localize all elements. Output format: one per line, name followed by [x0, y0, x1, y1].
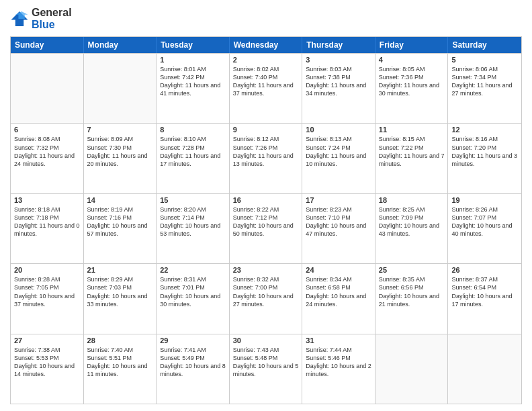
day-number: 13: [14, 196, 80, 204]
day-info: Sunrise: 7:44 AMSunset: 5:46 PMDaylight:…: [306, 346, 371, 379]
day-number: 29: [160, 336, 226, 345]
day-number: 28: [87, 336, 153, 345]
logo-text: General Blue: [32, 7, 72, 31]
day-info: Sunrise: 8:37 AMSunset: 6:54 PMDaylight:…: [451, 275, 518, 308]
day-number: 22: [160, 266, 226, 274]
day-cell: 22Sunrise: 8:31 AMSunset: 7:01 PMDayligh…: [157, 264, 230, 333]
day-cell: [375, 334, 449, 404]
day-header-monday: Monday: [84, 37, 157, 53]
day-cell: 15Sunrise: 8:20 AMSunset: 7:14 PMDayligh…: [157, 194, 230, 263]
day-info: Sunrise: 8:32 AMSunset: 7:00 PMDaylight:…: [233, 275, 299, 308]
day-number: 10: [306, 126, 371, 134]
day-cell: 7Sunrise: 8:09 AMSunset: 7:30 PMDaylight…: [84, 124, 157, 193]
header: General Blue: [10, 7, 522, 31]
day-cell: 29Sunrise: 7:41 AMSunset: 5:49 PMDayligh…: [157, 334, 230, 404]
day-info: Sunrise: 8:08 AMSunset: 7:32 PMDaylight:…: [14, 135, 80, 168]
day-number: 17: [306, 196, 371, 204]
logo-icon: [10, 9, 29, 28]
day-info: Sunrise: 7:40 AMSunset: 5:51 PMDaylight:…: [87, 346, 153, 379]
day-cell: 4Sunrise: 8:05 AMSunset: 7:36 PMDaylight…: [375, 54, 449, 123]
day-number: 5: [451, 56, 518, 64]
day-info: Sunrise: 8:15 AMSunset: 7:22 PMDaylight:…: [379, 135, 445, 168]
day-number: 11: [379, 126, 445, 134]
week-row-4: 20Sunrise: 8:28 AMSunset: 7:05 PMDayligh…: [11, 263, 521, 333]
day-cell: [11, 54, 84, 123]
weeks-container: 1Sunrise: 8:01 AMSunset: 7:42 PMDaylight…: [11, 53, 521, 404]
day-cell: 16Sunrise: 8:22 AMSunset: 7:12 PMDayligh…: [230, 194, 303, 263]
day-number: 26: [451, 266, 518, 274]
day-cell: [84, 54, 157, 123]
day-cell: [448, 334, 521, 404]
day-number: 12: [451, 126, 518, 134]
day-number: 14: [87, 196, 153, 204]
day-header-friday: Friday: [375, 37, 449, 53]
day-cell: 30Sunrise: 7:43 AMSunset: 5:48 PMDayligh…: [230, 334, 303, 404]
day-cell: 9Sunrise: 8:12 AMSunset: 7:26 PMDaylight…: [230, 124, 303, 193]
day-number: 24: [306, 266, 371, 274]
day-number: 19: [451, 196, 518, 204]
day-number: 8: [160, 126, 226, 134]
day-number: 9: [233, 126, 299, 134]
day-cell: 24Sunrise: 8:34 AMSunset: 6:58 PMDayligh…: [302, 264, 375, 333]
day-cell: 13Sunrise: 8:18 AMSunset: 7:18 PMDayligh…: [11, 194, 84, 263]
day-cell: 12Sunrise: 8:16 AMSunset: 7:20 PMDayligh…: [448, 124, 521, 193]
logo: General Blue: [10, 7, 72, 31]
day-info: Sunrise: 8:31 AMSunset: 7:01 PMDaylight:…: [160, 275, 226, 308]
day-number: 2: [233, 56, 299, 64]
day-info: Sunrise: 8:12 AMSunset: 7:26 PMDaylight:…: [233, 135, 299, 168]
day-number: 25: [379, 266, 445, 274]
day-info: Sunrise: 8:09 AMSunset: 7:30 PMDaylight:…: [87, 135, 153, 168]
week-row-1: 1Sunrise: 8:01 AMSunset: 7:42 PMDaylight…: [11, 53, 521, 123]
day-info: Sunrise: 8:13 AMSunset: 7:24 PMDaylight:…: [306, 135, 371, 168]
day-number: 16: [233, 196, 299, 204]
day-cell: 5Sunrise: 8:06 AMSunset: 7:34 PMDaylight…: [448, 54, 521, 123]
day-header-thursday: Thursday: [302, 37, 375, 53]
day-cell: 19Sunrise: 8:26 AMSunset: 7:07 PMDayligh…: [448, 194, 521, 263]
day-cell: 10Sunrise: 8:13 AMSunset: 7:24 PMDayligh…: [302, 124, 375, 193]
day-cell: 8Sunrise: 8:10 AMSunset: 7:28 PMDaylight…: [157, 124, 230, 193]
day-info: Sunrise: 8:01 AMSunset: 7:42 PMDaylight:…: [160, 65, 226, 98]
day-cell: 23Sunrise: 8:32 AMSunset: 7:00 PMDayligh…: [230, 264, 303, 333]
day-number: 27: [14, 336, 80, 345]
day-cell: 18Sunrise: 8:25 AMSunset: 7:09 PMDayligh…: [375, 194, 449, 263]
day-info: Sunrise: 8:06 AMSunset: 7:34 PMDaylight:…: [451, 65, 518, 98]
day-info: Sunrise: 8:03 AMSunset: 7:38 PMDaylight:…: [306, 65, 371, 98]
day-info: Sunrise: 8:05 AMSunset: 7:36 PMDaylight:…: [379, 65, 445, 98]
calendar-page: General Blue SundayMondayTuesdayWednesda…: [0, 0, 532, 411]
day-info: Sunrise: 8:28 AMSunset: 7:05 PMDaylight:…: [14, 275, 80, 308]
day-info: Sunrise: 7:43 AMSunset: 5:48 PMDaylight:…: [233, 346, 299, 379]
day-cell: 28Sunrise: 7:40 AMSunset: 5:51 PMDayligh…: [84, 334, 157, 404]
day-number: 4: [379, 56, 445, 64]
day-header-wednesday: Wednesday: [230, 37, 303, 53]
week-row-5: 27Sunrise: 7:38 AMSunset: 5:53 PMDayligh…: [11, 334, 521, 404]
day-cell: 25Sunrise: 8:35 AMSunset: 6:56 PMDayligh…: [375, 264, 449, 333]
day-number: 18: [379, 196, 445, 204]
day-info: Sunrise: 8:26 AMSunset: 7:07 PMDaylight:…: [451, 205, 518, 238]
day-cell: 31Sunrise: 7:44 AMSunset: 5:46 PMDayligh…: [302, 334, 375, 404]
day-cell: 1Sunrise: 8:01 AMSunset: 7:42 PMDaylight…: [157, 54, 230, 123]
day-info: Sunrise: 8:19 AMSunset: 7:16 PMDaylight:…: [87, 205, 153, 238]
day-number: 1: [160, 56, 226, 64]
day-number: 6: [14, 126, 80, 134]
day-headers: SundayMondayTuesdayWednesdayThursdayFrid…: [11, 37, 521, 53]
day-number: 31: [306, 336, 371, 345]
day-number: 20: [14, 266, 80, 274]
day-number: 15: [160, 196, 226, 204]
day-info: Sunrise: 8:34 AMSunset: 6:58 PMDaylight:…: [306, 275, 371, 308]
day-info: Sunrise: 8:20 AMSunset: 7:14 PMDaylight:…: [160, 205, 226, 238]
day-cell: 27Sunrise: 7:38 AMSunset: 5:53 PMDayligh…: [11, 334, 84, 404]
day-info: Sunrise: 7:41 AMSunset: 5:49 PMDaylight:…: [160, 346, 226, 379]
calendar: SundayMondayTuesdayWednesdayThursdayFrid…: [10, 36, 522, 404]
day-info: Sunrise: 8:29 AMSunset: 7:03 PMDaylight:…: [87, 275, 153, 308]
day-cell: 14Sunrise: 8:19 AMSunset: 7:16 PMDayligh…: [84, 194, 157, 263]
day-cell: 11Sunrise: 8:15 AMSunset: 7:22 PMDayligh…: [375, 124, 449, 193]
day-cell: 2Sunrise: 8:02 AMSunset: 7:40 PMDaylight…: [230, 54, 303, 123]
day-number: 30: [233, 336, 299, 345]
week-row-2: 6Sunrise: 8:08 AMSunset: 7:32 PMDaylight…: [11, 123, 521, 193]
day-cell: 26Sunrise: 8:37 AMSunset: 6:54 PMDayligh…: [448, 264, 521, 333]
day-info: Sunrise: 8:18 AMSunset: 7:18 PMDaylight:…: [14, 205, 80, 238]
day-header-sunday: Sunday: [11, 37, 84, 53]
day-info: Sunrise: 8:16 AMSunset: 7:20 PMDaylight:…: [451, 135, 518, 168]
day-info: Sunrise: 7:38 AMSunset: 5:53 PMDaylight:…: [14, 346, 80, 379]
day-cell: 17Sunrise: 8:23 AMSunset: 7:10 PMDayligh…: [302, 194, 375, 263]
